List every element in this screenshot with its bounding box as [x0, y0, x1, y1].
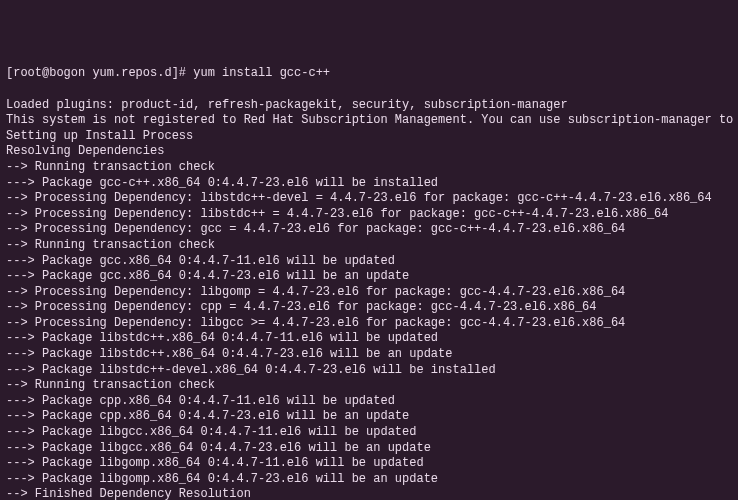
output-line: ---> Package libgcc.x86_64 0:4.4.7-11.el…: [6, 425, 732, 441]
output-line: ---> Package libgcc.x86_64 0:4.4.7-23.el…: [6, 441, 732, 457]
output-line: ---> Package cpp.x86_64 0:4.4.7-11.el6 w…: [6, 394, 732, 410]
output-line: --> Running transaction check: [6, 238, 732, 254]
output-line: ---> Package libgomp.x86_64 0:4.4.7-11.e…: [6, 456, 732, 472]
output-block: Loaded plugins: product-id, refresh-pack…: [6, 98, 732, 500]
output-line: ---> Package cpp.x86_64 0:4.4.7-23.el6 w…: [6, 409, 732, 425]
output-line: --> Running transaction check: [6, 160, 732, 176]
output-line: ---> Package libstdc++.x86_64 0:4.4.7-23…: [6, 347, 732, 363]
output-line: Loaded plugins: product-id, refresh-pack…: [6, 98, 732, 114]
output-line: --> Processing Dependency: libstdc++ = 4…: [6, 207, 732, 223]
output-line: --> Running transaction check: [6, 378, 732, 394]
output-line: --> Processing Dependency: gcc = 4.4.7-2…: [6, 222, 732, 238]
output-line: --> Finished Dependency Resolution: [6, 487, 732, 500]
output-line: ---> Package gcc.x86_64 0:4.4.7-23.el6 w…: [6, 269, 732, 285]
output-line: ---> Package libstdc++.x86_64 0:4.4.7-11…: [6, 331, 732, 347]
shell-prompt[interactable]: [root@bogon yum.repos.d]# yum install gc…: [6, 66, 732, 82]
output-line: --> Processing Dependency: libstdc++-dev…: [6, 191, 732, 207]
output-line: ---> Package libstdc++-devel.x86_64 0:4.…: [6, 363, 732, 379]
output-line: ---> Package gcc.x86_64 0:4.4.7-11.el6 w…: [6, 254, 732, 270]
output-line: Resolving Dependencies: [6, 144, 732, 160]
output-line: Setting up Install Process: [6, 129, 732, 145]
output-line: This system is not registered to Red Hat…: [6, 113, 732, 129]
output-line: ---> Package gcc-c++.x86_64 0:4.4.7-23.e…: [6, 176, 732, 192]
output-line: ---> Package libgomp.x86_64 0:4.4.7-23.e…: [6, 472, 732, 488]
output-line: --> Processing Dependency: libgomp = 4.4…: [6, 285, 732, 301]
output-line: --> Processing Dependency: cpp = 4.4.7-2…: [6, 300, 732, 316]
output-line: --> Processing Dependency: libgcc >= 4.4…: [6, 316, 732, 332]
